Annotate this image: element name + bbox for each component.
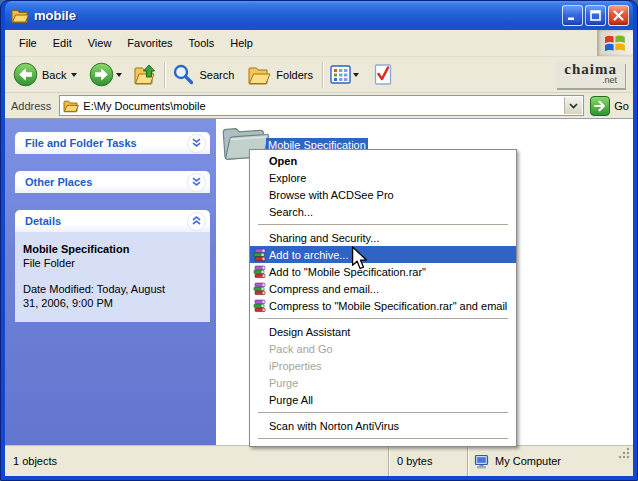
panel-title: File and Folder Tasks bbox=[25, 137, 187, 149]
address-input[interactable]: E:\My Documents\mobile bbox=[59, 95, 584, 116]
context-menu-item-search[interactable]: Search... bbox=[250, 203, 516, 220]
toolbar: Back Search bbox=[5, 57, 633, 93]
checkmark-tool-button[interactable] bbox=[373, 63, 393, 86]
address-label: Address bbox=[11, 100, 51, 112]
context-menu-item-scan-with-norton-antivirus[interactable]: Scan with Norton AntiVirus bbox=[250, 417, 516, 434]
close-icon bbox=[613, 10, 624, 21]
context-menu-item-pack-and-go: Pack and Go bbox=[250, 340, 516, 357]
details-modified-line1: Date Modified: Today, August bbox=[23, 282, 202, 296]
panel-header-file-and-folder-tasks[interactable]: File and Folder Tasks bbox=[15, 132, 210, 154]
context-menu-item-label: Sharing and Security... bbox=[269, 232, 379, 244]
expand-button[interactable] bbox=[187, 134, 206, 153]
context-menu-separator bbox=[250, 220, 516, 229]
close-button[interactable] bbox=[608, 5, 629, 26]
context-menu-item-label: iProperties bbox=[269, 360, 322, 372]
menu-view[interactable]: View bbox=[80, 33, 120, 53]
minimize-button[interactable] bbox=[562, 5, 583, 26]
context-menu-item-label: Browse with ACDSee Pro bbox=[269, 189, 394, 201]
context-menu-item-compress-and-email[interactable]: Compress and email... bbox=[250, 280, 516, 297]
menu-favorites[interactable]: Favorites bbox=[119, 33, 180, 53]
up-folder-icon bbox=[132, 62, 158, 88]
panel-header-other-places[interactable]: Other Places bbox=[15, 171, 210, 193]
window-folder-icon bbox=[11, 8, 29, 24]
folders-label: Folders bbox=[276, 69, 313, 81]
context-menu-separator bbox=[250, 434, 516, 443]
go-button[interactable]: Go bbox=[590, 96, 629, 116]
panel-title: Other Places bbox=[25, 176, 187, 188]
address-folder-icon bbox=[63, 99, 79, 113]
forward-dropdown-icon[interactable] bbox=[116, 73, 122, 77]
context-menu-item-explore[interactable]: Explore bbox=[250, 169, 516, 186]
status-size: 0 bytes bbox=[388, 446, 467, 476]
views-icon bbox=[330, 65, 351, 84]
context-menu: OpenExploreBrowse with ACDSee ProSearch.… bbox=[249, 149, 517, 447]
context-menu-item-browse-with-acdsee-pro[interactable]: Browse with ACDSee Pro bbox=[250, 186, 516, 203]
address-dropdown-button[interactable] bbox=[564, 97, 582, 114]
views-dropdown-icon[interactable] bbox=[353, 73, 359, 77]
folders-icon bbox=[247, 64, 272, 86]
context-menu-item-label: Search... bbox=[269, 206, 313, 218]
grip-dots-icon bbox=[617, 446, 631, 460]
search-label: Search bbox=[199, 69, 234, 81]
winrar-books-icon bbox=[253, 282, 267, 296]
context-menu-item-label: Compress and email... bbox=[269, 283, 379, 295]
minimize-icon bbox=[567, 10, 578, 21]
search-icon bbox=[172, 63, 195, 86]
winrar-books-icon bbox=[253, 265, 267, 279]
chevron-down-icon bbox=[569, 103, 578, 109]
context-menu-item-label: Add to archive... bbox=[269, 249, 349, 261]
menu-help[interactable]: Help bbox=[222, 33, 261, 53]
details-item-name: Mobile Specification bbox=[23, 242, 202, 256]
context-menu-item-compress-to-mobile-specification-rar-and-email[interactable]: Compress to "Mobile Specification.rar" a… bbox=[250, 297, 516, 314]
context-menu-item-purge-all[interactable]: Purge All bbox=[250, 391, 516, 408]
context-menu-item-open[interactable]: Open bbox=[250, 152, 516, 169]
go-label: Go bbox=[614, 100, 629, 112]
views-button[interactable] bbox=[330, 65, 365, 84]
chevron-double-down-icon bbox=[191, 177, 202, 187]
title-bar[interactable]: mobile bbox=[5, 1, 633, 30]
up-button[interactable] bbox=[132, 62, 158, 88]
panel-other-places: Other Places bbox=[15, 171, 210, 193]
context-menu-item-purge: Purge bbox=[250, 374, 516, 391]
menu-tools[interactable]: Tools bbox=[181, 33, 223, 53]
back-dropdown-icon[interactable] bbox=[71, 73, 77, 77]
back-icon bbox=[13, 62, 38, 87]
forward-button[interactable] bbox=[89, 62, 128, 87]
expand-button[interactable] bbox=[187, 173, 206, 192]
my-computer-icon bbox=[474, 454, 490, 469]
panel-details: Details Mobile Specification File Folder… bbox=[15, 210, 210, 322]
windows-flag-logo bbox=[597, 30, 633, 56]
context-menu-item-label: Compress to "Mobile Specification.rar" a… bbox=[269, 300, 507, 312]
back-button[interactable]: Back bbox=[13, 62, 83, 87]
details-body: Mobile Specification File Folder Date Mo… bbox=[15, 232, 210, 322]
context-menu-item-label: Explore bbox=[269, 172, 306, 184]
search-button[interactable]: Search bbox=[172, 63, 237, 86]
go-arrow-icon bbox=[590, 96, 610, 116]
panel-title: Details bbox=[25, 215, 187, 227]
task-pane: File and Folder Tasks Other Places Detai… bbox=[5, 119, 216, 445]
context-menu-item-label: Design Assistant bbox=[269, 326, 350, 338]
menu-edit[interactable]: Edit bbox=[45, 33, 80, 53]
status-location: My Computer bbox=[467, 446, 617, 476]
folders-button[interactable]: Folders bbox=[247, 64, 316, 86]
context-menu-item-design-assistant[interactable]: Design Assistant bbox=[250, 323, 516, 340]
menu-file[interactable]: File bbox=[11, 33, 45, 53]
back-label: Back bbox=[42, 69, 66, 81]
context-menu-item-add-to-archive[interactable]: Add to archive... bbox=[250, 246, 516, 263]
context-menu-separator bbox=[250, 314, 516, 323]
context-menu-item-sharing-and-security[interactable]: Sharing and Security... bbox=[250, 229, 516, 246]
context-menu-item-add-to-mobile-specification-rar[interactable]: Add to "Mobile Specification.rar" bbox=[250, 263, 516, 280]
maximize-icon bbox=[590, 10, 601, 21]
panel-header-details[interactable]: Details bbox=[15, 210, 210, 232]
address-bar: Address E:\My Documents\mobile Go bbox=[5, 93, 633, 119]
panel-file-and-folder-tasks: File and Folder Tasks bbox=[15, 132, 210, 154]
collapse-button[interactable] bbox=[187, 212, 206, 231]
context-menu-item-label: Open bbox=[269, 155, 297, 167]
status-bar: 1 objects 0 bytes My Computer bbox=[5, 445, 633, 476]
context-menu-item-label: Pack and Go bbox=[269, 343, 333, 355]
status-location-text: My Computer bbox=[495, 455, 561, 467]
menu-bar: File Edit View Favorites Tools Help bbox=[5, 30, 633, 57]
resize-grip[interactable] bbox=[617, 446, 633, 476]
context-menu-separator bbox=[250, 408, 516, 417]
maximize-button[interactable] bbox=[585, 5, 606, 26]
